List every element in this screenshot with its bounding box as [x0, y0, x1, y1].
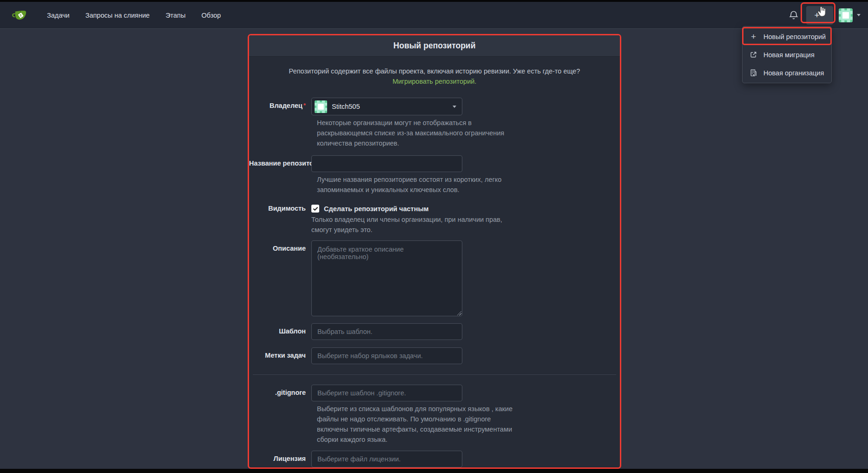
owner-select[interactable]: Stitch505 — [311, 98, 462, 115]
form-intro-text: Репозиторий содержит все файлы проекта, … — [271, 66, 598, 87]
repo-name-label: Название репозитория* — [249, 155, 311, 172]
repo-name-help-text: Лучшие названия репозиториев состоят из … — [317, 174, 518, 195]
window-top-edge — [0, 0, 868, 2]
license-label: Лицензия — [249, 451, 311, 467]
gitignore-row: .gitignore — [249, 385, 620, 401]
create-new-button[interactable]: + — [806, 6, 833, 25]
license-input[interactable] — [311, 451, 462, 467]
owner-selected-value: Stitch505 — [332, 103, 448, 110]
chevron-down-icon — [822, 14, 825, 16]
menu-item-label: Новая организация — [763, 69, 824, 77]
owner-help-text: Некоторые организации могут не отображат… — [317, 118, 518, 148]
create-new-dropdown-menu: + Новый репозиторий Новая миграция — [742, 26, 832, 83]
new-repository-form: Новый репозиторий Репозиторий содержит в… — [248, 34, 621, 469]
required-asterisk: * — [303, 102, 306, 109]
owner-label: Владелец* — [249, 98, 311, 115]
owner-row: Владелец* Stitch505 — [249, 98, 620, 115]
user-avatar[interactable] — [839, 8, 853, 22]
gitignore-label: .gitignore — [249, 385, 311, 401]
menu-item-new-organization[interactable]: Новая организация — [743, 64, 831, 82]
nav-link-explore[interactable]: Обзор — [193, 2, 229, 29]
page-title: Новый репозиторий — [394, 41, 476, 51]
form-header: Новый репозиторий — [249, 35, 620, 57]
navbar-right: + — [789, 6, 861, 25]
visibility-label: Видимость — [249, 201, 311, 235]
private-checkbox-label[interactable]: Сделать репозиторий частным — [324, 205, 429, 213]
visibility-row: Видимость Сделать репозиторий частным То… — [249, 201, 620, 235]
form-body: Репозиторий содержит все файлы проекта, … — [249, 57, 620, 469]
dropdown-caret-icon — [453, 106, 456, 108]
issue-labels-input[interactable] — [311, 347, 462, 364]
nav-link-issues[interactable]: Задачи — [39, 2, 78, 29]
user-menu-chevron-icon[interactable] — [857, 14, 861, 16]
section-divider — [253, 374, 616, 375]
template-input[interactable] — [311, 323, 462, 340]
owner-avatar — [315, 100, 327, 113]
description-row: Описание — [249, 240, 620, 316]
template-row: Шаблон — [249, 323, 620, 340]
menu-item-label: Новый репозиторий — [763, 33, 826, 40]
visibility-help-text: Только владелец или члены организации, п… — [311, 214, 512, 235]
repo-name-row: Название репозитория* — [249, 155, 620, 172]
description-textarea[interactable] — [311, 240, 462, 316]
gitignore-help-text: Выберите из списка шаблонов для популярн… — [317, 404, 518, 445]
menu-item-label: Новая миграция — [763, 51, 815, 59]
migrate-repository-link[interactable]: Мигрировать репозиторий. — [393, 78, 477, 85]
plus-icon: + — [814, 11, 819, 20]
organization-icon — [750, 69, 757, 77]
migration-icon — [750, 51, 757, 59]
notifications-bell-icon[interactable] — [789, 10, 799, 20]
window-bottom-edge — [0, 469, 868, 473]
issue-labels-row: Метки задач — [249, 347, 620, 364]
menu-item-new-migration[interactable]: Новая миграция — [743, 46, 831, 64]
description-label: Описание — [249, 240, 311, 316]
plus-icon: + — [750, 33, 757, 40]
gitignore-input[interactable] — [311, 385, 462, 401]
checkmark-icon — [313, 206, 318, 212]
gitea-logo-icon[interactable] — [10, 8, 27, 22]
menu-item-new-repository[interactable]: + Новый репозиторий — [743, 27, 831, 46]
navbar: Задачи Запросы на слияние Этапы Обзор + — [0, 2, 868, 29]
issue-labels-label: Метки задач — [249, 347, 311, 364]
repo-name-input[interactable] — [311, 155, 462, 172]
nav-link-pull-requests[interactable]: Запросы на слияние — [78, 2, 158, 29]
license-row: Лицензия — [249, 451, 620, 467]
private-checkbox[interactable] — [311, 205, 319, 213]
nav-link-milestones[interactable]: Этапы — [158, 2, 193, 29]
template-label: Шаблон — [249, 323, 311, 340]
